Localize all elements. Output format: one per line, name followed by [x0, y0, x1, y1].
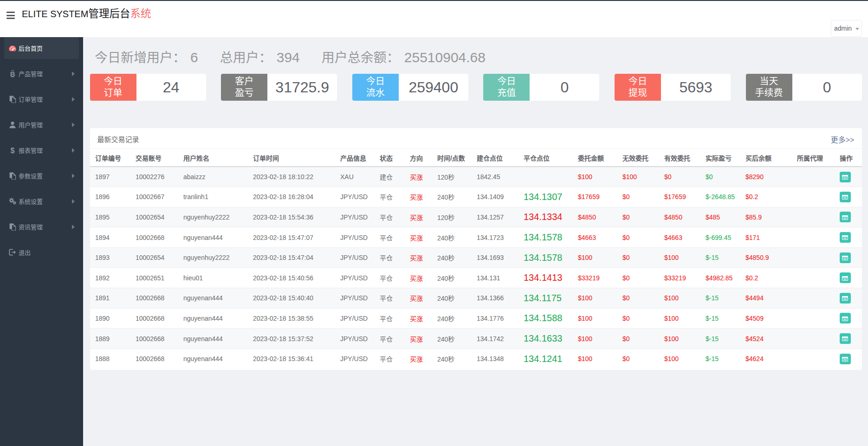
svg-text:$: $ [11, 147, 15, 154]
svg-text:B: B [10, 70, 15, 78]
